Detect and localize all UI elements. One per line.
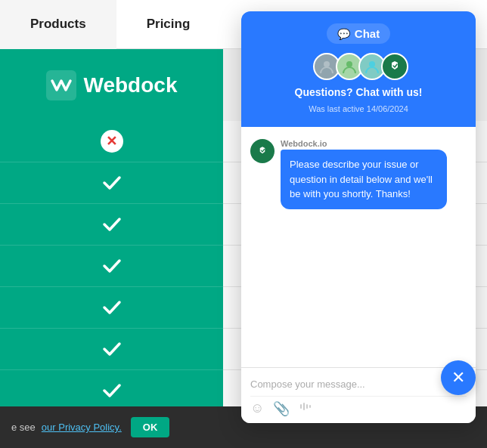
check-icon-2	[101, 172, 123, 193]
feature-row-4	[0, 246, 223, 287]
cross-icon-1: ✕	[101, 130, 123, 153]
message-content-1: Webdock.io Please describe your issue or…	[281, 139, 447, 209]
feature-row-3	[0, 204, 223, 246]
feature-row-2	[0, 162, 223, 204]
feature-row-7	[0, 370, 223, 412]
chat-avatars	[313, 53, 404, 80]
privacy-link[interactable]: our Privacy Policy.	[42, 422, 122, 433]
check-icon-4	[101, 255, 123, 277]
privacy-text: e see	[11, 422, 36, 433]
emoji-icon[interactable]: ☺	[250, 400, 264, 416]
compose-input[interactable]	[250, 375, 467, 396]
check-icon-6	[101, 338, 123, 360]
message-sender-avatar	[250, 139, 275, 163]
features-section-left: ✕	[0, 121, 223, 406]
message-sender-name: Webdock.io	[281, 139, 447, 148]
audio-icon[interactable]	[299, 400, 312, 417]
message-row-1: Webdock.io Please describe your issue or…	[250, 139, 467, 209]
check-icon-3	[101, 214, 123, 235]
chat-bubble-icon: 💬	[337, 28, 350, 40]
chat-header-question: Questions? Chat with us!	[295, 86, 423, 98]
brand-logo: Webdock	[46, 70, 178, 100]
close-chat-button[interactable]: ✕	[441, 360, 476, 395]
nav-products[interactable]: Products	[0, 0, 116, 49]
svg-point-3	[369, 61, 375, 67]
feature-row-5	[0, 287, 223, 329]
feature-row-1: ✕	[0, 121, 223, 162]
chat-last-active: Was last active 14/06/2024	[309, 104, 408, 113]
nav-pricing[interactable]: Pricing	[116, 0, 221, 49]
chat-title-bar: 💬 Chat	[327, 23, 390, 44]
check-icon-7	[101, 380, 123, 401]
svg-rect-6	[306, 404, 308, 409]
svg-rect-4	[300, 404, 302, 409]
chat-body: Webdock.io Please describe your issue or…	[241, 127, 476, 367]
chat-popup: 💬 Chat Questions? Chat with us! Was last…	[241, 11, 476, 423]
webdock-logo-icon	[46, 70, 76, 100]
avatar-4	[381, 53, 408, 80]
svg-rect-0	[46, 70, 76, 100]
brand-name: Webdock	[84, 73, 178, 97]
check-icon-5	[101, 297, 123, 318]
feature-row-6	[0, 329, 223, 370]
close-icon: ✕	[451, 368, 465, 388]
footer-icons: ☺ 📎	[250, 396, 467, 417]
svg-rect-7	[309, 405, 311, 408]
chat-title-label: Chat	[355, 27, 380, 40]
attachment-icon[interactable]: 📎	[273, 400, 290, 417]
svg-rect-5	[303, 403, 305, 410]
svg-point-2	[346, 61, 352, 67]
message-bubble-1: Please describe your issue or question i…	[281, 150, 447, 209]
chat-header: 💬 Chat Questions? Chat with us! Was last…	[241, 11, 476, 127]
brand-section: Webdock	[0, 49, 223, 121]
svg-point-1	[324, 61, 330, 67]
ok-button[interactable]: OK	[131, 417, 170, 437]
